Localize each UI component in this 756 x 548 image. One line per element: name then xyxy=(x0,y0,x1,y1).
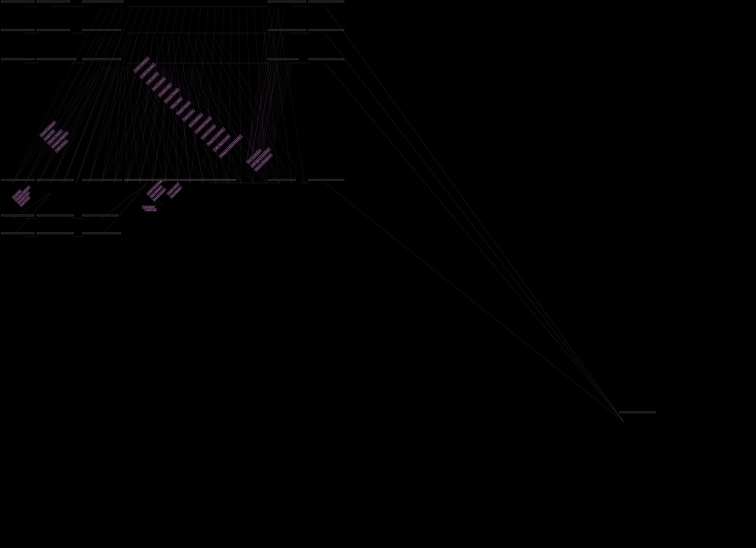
svg-line-80 xyxy=(89,8,147,183)
svg-line-31 xyxy=(63,66,112,183)
node-priv-tow xyxy=(1,215,34,216)
node-ahtd-maint xyxy=(1,58,34,60)
svg-line-81 xyxy=(102,8,155,183)
svg-line-103 xyxy=(259,63,282,162)
svg-line-83 xyxy=(127,8,170,183)
svg-line-100 xyxy=(251,63,274,162)
svg-line-52 xyxy=(38,36,112,183)
svg-line-131 xyxy=(325,63,624,422)
connection-lines xyxy=(0,0,756,548)
svg-line-26 xyxy=(196,69,279,183)
svg-line-61 xyxy=(152,36,157,183)
svg-line-82 xyxy=(114,8,163,183)
svg-line-132 xyxy=(325,183,624,422)
svg-line-12 xyxy=(102,69,160,183)
node-priv-carriers xyxy=(1,232,34,234)
node-city-tex-ar xyxy=(37,29,70,31)
node-reg-hosp xyxy=(37,179,74,181)
node-txdot-web xyxy=(37,232,74,234)
svg-line-97 xyxy=(277,8,305,183)
svg-line-74 xyxy=(13,8,102,183)
svg-line-85 xyxy=(152,8,185,183)
svg-line-87 xyxy=(178,8,201,183)
svg-line-96 xyxy=(269,8,292,183)
node-ark-state-pol xyxy=(309,29,344,31)
node-reg-ems xyxy=(83,179,122,181)
svg-line-107 xyxy=(269,63,292,162)
svg-line-18 xyxy=(175,69,178,183)
svg-line-69 xyxy=(198,36,254,183)
svg-line-101 xyxy=(254,63,277,162)
svg-line-89 xyxy=(203,8,216,183)
svg-line-62 xyxy=(163,36,165,183)
svg-line-114 xyxy=(256,8,279,162)
svg-line-129 xyxy=(325,6,624,422)
svg-line-109 xyxy=(250,33,274,162)
svg-line-68 xyxy=(193,36,241,183)
svg-line-98 xyxy=(246,63,269,162)
svg-line-67 xyxy=(188,36,229,183)
svg-line-54 xyxy=(63,36,122,183)
svg-line-51 xyxy=(25,36,107,183)
node-atcog xyxy=(309,58,344,60)
svg-line-63 xyxy=(168,36,178,183)
dispatch-node xyxy=(620,412,655,413)
svg-line-36 xyxy=(124,66,127,183)
node-muni-ps-tx xyxy=(1,1,34,2)
svg-line-77 xyxy=(51,8,124,183)
node-priv-amb xyxy=(309,179,344,181)
node-tex-urban xyxy=(309,1,344,2)
svg-line-28 xyxy=(25,66,104,183)
svg-line-27 xyxy=(13,66,102,183)
svg-line-104 xyxy=(262,63,284,162)
svg-line-21 xyxy=(183,69,216,183)
node-bi-state-jc xyxy=(268,1,306,2)
svg-line-92 xyxy=(239,8,241,183)
node-county-eoc xyxy=(268,58,298,60)
svg-line-49 xyxy=(157,66,292,183)
svg-line-50 xyxy=(13,36,102,183)
svg-line-115 xyxy=(262,8,284,162)
svg-line-37 xyxy=(127,66,140,183)
node-muni-ps-dispatch xyxy=(124,179,236,181)
svg-line-41 xyxy=(137,66,190,183)
diag-label-bc-2: Incident Log xyxy=(145,208,156,211)
svg-line-105 xyxy=(264,63,287,162)
svg-line-30 xyxy=(51,66,109,183)
svg-line-32 xyxy=(76,66,114,183)
svg-line-113 xyxy=(251,8,274,162)
node-ind-school xyxy=(1,179,34,181)
svg-line-76 xyxy=(38,8,117,183)
node-city-tex-tx xyxy=(37,1,70,2)
node-noaa xyxy=(83,215,118,216)
svg-line-56 xyxy=(89,36,132,183)
node-muni-maint xyxy=(37,58,76,60)
node-dps-eps xyxy=(268,29,306,31)
node-muni-gov-tmc xyxy=(83,58,121,60)
svg-line-122 xyxy=(102,183,147,218)
node-comm-veh xyxy=(1,29,34,31)
svg-line-73 xyxy=(218,36,305,183)
svg-line-72 xyxy=(213,36,292,183)
svg-line-123 xyxy=(102,183,147,236)
node-muni-permit xyxy=(83,232,121,234)
node-txdot-atl xyxy=(83,1,123,2)
svg-line-35 xyxy=(114,66,122,183)
node-ark-sp-db xyxy=(37,215,74,216)
svg-line-106 xyxy=(267,63,289,162)
svg-line-130 xyxy=(325,33,624,422)
node-ahtd-dist xyxy=(83,29,121,31)
node-lifenet xyxy=(268,179,296,181)
